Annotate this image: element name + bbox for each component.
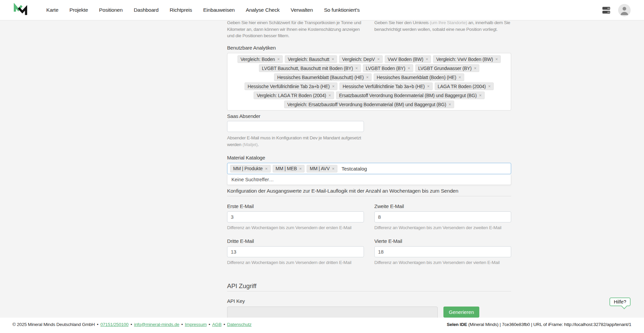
material-catalogs-label: Material Kataloge xyxy=(227,155,265,160)
footer-link-impressum[interactable]: Impressum xyxy=(185,322,207,327)
analytics-tag: Hessisches Baumerkblatt (Boden) (HE)× xyxy=(374,73,464,81)
nav-item[interactable]: Projekte xyxy=(69,7,88,13)
email-field-helper: Differenz an Wochentagen bis zum Versend… xyxy=(227,260,364,265)
email-field: Dritte E-Mail Differenz an Wochentagen b… xyxy=(227,238,364,265)
nav-item[interactable]: Dashboard xyxy=(134,7,159,13)
ide-status-text: Selen IDE (Mineral Minds) | 7ce360e83fb0… xyxy=(447,322,631,327)
remove-tag-icon[interactable]: × xyxy=(277,57,280,61)
email-field-label: Vierte E-Mail xyxy=(374,238,511,244)
analytics-tags-box[interactable]: Vergleich: Boden× Vergleich: Bauschutt× … xyxy=(227,53,511,111)
help-bubble-label: Hilfe? xyxy=(614,299,626,305)
nav-item[interactable]: So funktioniert's xyxy=(324,7,360,13)
remove-tag-icon[interactable]: × xyxy=(332,166,334,171)
generate-api-key-button[interactable]: Generieren xyxy=(443,307,479,318)
email-config-heading: Konfiguration der Ausgangswerte zur E-Ma… xyxy=(227,188,458,194)
divider xyxy=(227,291,511,291)
catalog-search-dropdown: Keine Suchtreffer… xyxy=(227,175,511,185)
remove-tag-icon[interactable]: × xyxy=(426,57,428,61)
footer-link-email[interactable]: info@mineral-minds.de xyxy=(134,322,179,327)
material-catalogs-input[interactable]: MM | Produkte× MM | MEB× MM | AVV× Testc… xyxy=(227,163,511,174)
api-key-label: API Key xyxy=(227,298,245,304)
analytics-tag: Ersatzbaustoff Verordnung Bodenmaterial … xyxy=(336,91,485,99)
api-access-heading: API Zugriff xyxy=(227,282,256,290)
api-key-row: Generieren xyxy=(227,307,479,318)
divider xyxy=(227,196,511,196)
analytics-tag: Hessische Verfüllrichtlinie Tab 3a+b (HE… xyxy=(339,82,432,90)
email-field-helper: Differenz an Wochentagen bis zum Versend… xyxy=(374,225,511,230)
remove-tag-icon[interactable]: × xyxy=(265,166,267,171)
email-field-label: Zweite E-Mail xyxy=(374,203,511,209)
remove-tag-icon[interactable]: × xyxy=(448,102,451,107)
email-field: Zweite E-Mail Differenz an Wochentagen b… xyxy=(374,203,511,230)
top-nav: KarteProjektePositionenDashboardRichtpre… xyxy=(0,0,644,20)
intro-helper-row: Geben Sie hier einen Schätzwert für die … xyxy=(227,20,511,39)
catalog-tag: MM | Produkte× xyxy=(230,165,271,173)
analytics-tag: LAGA TR Boden (2004)× xyxy=(435,82,494,90)
remove-tag-icon[interactable]: × xyxy=(332,57,334,61)
analytics-tag: LVGBT Boden (BY)× xyxy=(363,64,413,72)
email-days-input[interactable] xyxy=(374,246,511,257)
api-key-input[interactable] xyxy=(227,307,438,318)
email-field: Erste E-Mail Differenz an Wochentagen bi… xyxy=(227,203,364,230)
email-days-input[interactable] xyxy=(227,246,364,257)
remove-tag-icon[interactable]: × xyxy=(366,75,369,79)
remove-tag-icon[interactable]: × xyxy=(459,75,461,79)
catalog-tag: MM | MEB× xyxy=(273,165,305,173)
radius-helper: Geben Sie hier den Umkreis (um Ihre Stan… xyxy=(374,20,511,39)
nav-item[interactable]: Analyse Check xyxy=(246,7,280,13)
saas-sender-helper: Absender E-Mail muss in Konfiguration mi… xyxy=(227,135,371,148)
footer-link-agb[interactable]: AGB xyxy=(212,322,222,327)
email-field-label: Erste E-Mail xyxy=(227,203,364,209)
remove-tag-icon[interactable]: × xyxy=(328,93,331,97)
analytics-tag: Vergleich: Boden× xyxy=(237,55,283,63)
nav-item[interactable]: Verwalten xyxy=(291,7,313,13)
analytics-label: Benutzbare Analytiken xyxy=(227,45,276,51)
remove-tag-icon[interactable]: × xyxy=(488,84,490,88)
remove-tag-icon[interactable]: × xyxy=(474,66,476,70)
analytics-tag: LVGBT Grundwasser (BY)× xyxy=(415,64,480,72)
nav-item[interactable]: Einbauweisen xyxy=(203,7,235,13)
remove-tag-icon[interactable]: × xyxy=(355,66,358,70)
remove-tag-icon[interactable]: × xyxy=(299,166,302,171)
remove-tag-icon[interactable]: × xyxy=(408,66,410,70)
footer-link-phone[interactable]: 07151/250100 xyxy=(100,322,128,327)
page: KarteProjektePositionenDashboardRichtpre… xyxy=(0,0,644,333)
analytics-tag: Vergleich: LAGA TR Boden (2004)× xyxy=(254,91,334,99)
footer-link-datenschutz[interactable]: Datenschutz xyxy=(227,322,252,327)
remove-tag-icon[interactable]: × xyxy=(332,84,334,88)
user-avatar-icon[interactable] xyxy=(618,4,631,16)
email-field-helper: Differenz an Wochentagen bis zum Versend… xyxy=(227,225,364,230)
no-results-message: Keine Suchtreffer… xyxy=(231,177,274,182)
remove-tag-icon[interactable]: × xyxy=(479,93,481,97)
saas-sender-input[interactable] xyxy=(227,121,364,132)
email-config-grid: Erste E-Mail Differenz an Wochentagen bi… xyxy=(227,203,511,265)
main-content: Geben Sie hier einen Schätzwert für die … xyxy=(0,20,644,318)
footer-legal: © 2025 Mineral Minds Deutschland GmbH • … xyxy=(12,322,252,327)
catalog-tag: MM | AVV× xyxy=(307,165,337,173)
nav-item[interactable]: Richtpreis xyxy=(170,7,192,13)
copyright-text: © 2025 Mineral Minds Deutschland GmbH xyxy=(12,322,95,327)
email-days-input[interactable] xyxy=(227,211,364,222)
footer: © 2025 Mineral Minds Deutschland GmbH • … xyxy=(0,318,644,333)
remove-tag-icon[interactable]: × xyxy=(377,57,379,61)
analytics-tag: Vergleich: VwV Boden (BW)× xyxy=(433,55,501,63)
nav-item[interactable]: Karte xyxy=(46,7,58,13)
analytics-tag: Vergleich: DepV× xyxy=(339,55,383,63)
saas-sender-label: Saas Absender xyxy=(227,113,260,119)
main-menu: KarteProjektePositionenDashboardRichtpre… xyxy=(46,7,360,13)
mineral-minds-logo[interactable] xyxy=(12,3,29,17)
server-stack-icon[interactable] xyxy=(602,6,611,15)
nav-item[interactable]: Positionen xyxy=(99,7,122,13)
email-field-label: Dritte E-Mail xyxy=(227,238,364,244)
email-days-input[interactable] xyxy=(374,211,511,222)
help-bubble[interactable]: Hilfe? xyxy=(609,297,631,306)
analytics-tag: Vergleich: Ersatzbaustoff Verordnung Bod… xyxy=(284,101,454,108)
analytics-tag: LVGBT Bauschutt, Bauschutt mit Boden (BY… xyxy=(259,64,361,72)
catalog-search-typed-text[interactable]: Testcatalog xyxy=(341,166,367,172)
email-field: Vierte E-Mail Differenz an Wochentagen b… xyxy=(374,238,511,265)
nav-right xyxy=(602,4,631,16)
remove-tag-icon[interactable]: × xyxy=(495,57,498,61)
remove-tag-icon[interactable]: × xyxy=(427,84,429,88)
email-field-helper: Differenz an Wochentagen bis zum Versend… xyxy=(374,260,511,265)
analytics-tag: Vergleich: Bauschutt× xyxy=(285,55,337,63)
